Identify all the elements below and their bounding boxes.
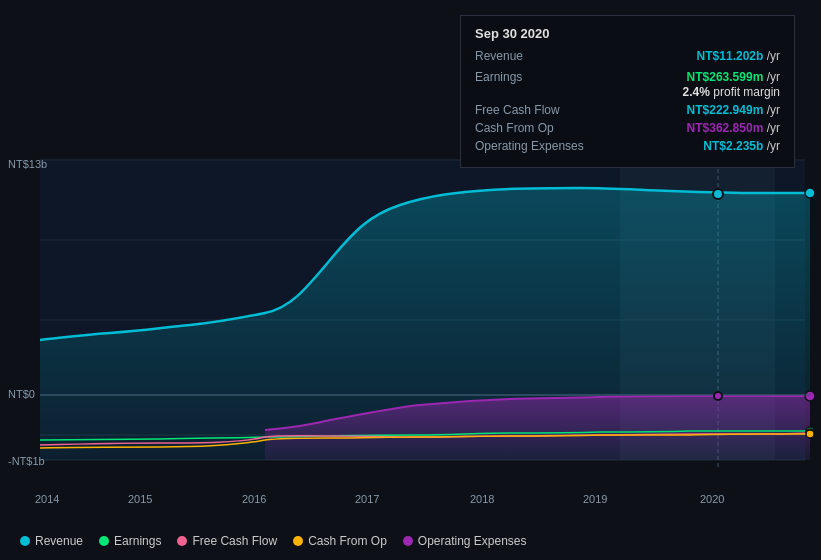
legend-fcf[interactable]: Free Cash Flow bbox=[177, 534, 277, 548]
legend-label-fcf: Free Cash Flow bbox=[192, 534, 277, 548]
x-label-2020: 2020 bbox=[700, 493, 724, 505]
y-label-neg: -NT$1b bbox=[8, 455, 45, 467]
y-label-zero: NT$0 bbox=[8, 388, 35, 400]
tooltip-fcf-value: NT$222.949m /yr bbox=[687, 103, 780, 117]
tooltip-earnings-label: Earnings bbox=[475, 70, 522, 84]
chart-legend: Revenue Earnings Free Cash Flow Cash Fro… bbox=[20, 534, 527, 548]
tooltip-revenue-value: NT$11.202b /yr bbox=[697, 49, 780, 63]
x-label-2018: 2018 bbox=[470, 493, 494, 505]
tooltip-fcf-label: Free Cash Flow bbox=[475, 103, 560, 117]
tooltip-revenue-label: Revenue bbox=[475, 49, 523, 63]
tooltip-earnings-row: Earnings NT$263.599m /yr 2.4% profit mar… bbox=[475, 67, 780, 99]
svg-point-10 bbox=[805, 188, 815, 198]
legend-dot-revenue bbox=[20, 536, 30, 546]
legend-dot-opexp bbox=[403, 536, 413, 546]
legend-label-opexp: Operating Expenses bbox=[418, 534, 527, 548]
svg-point-11 bbox=[805, 391, 815, 401]
legend-label-cashop: Cash From Op bbox=[308, 534, 387, 548]
legend-earnings[interactable]: Earnings bbox=[99, 534, 161, 548]
tooltip-earnings-value: NT$263.599m /yr bbox=[687, 70, 780, 84]
svg-point-16 bbox=[713, 189, 723, 199]
tooltip-opexp-label: Operating Expenses bbox=[475, 139, 584, 153]
x-label-2019: 2019 bbox=[583, 493, 607, 505]
tooltip-cashop-value: NT$362.850m /yr bbox=[687, 121, 780, 135]
tooltip-opexp-row: Operating Expenses NT$2.235b /yr bbox=[475, 139, 780, 153]
legend-revenue[interactable]: Revenue bbox=[20, 534, 83, 548]
x-label-2014: 2014 bbox=[35, 493, 59, 505]
legend-label-earnings: Earnings bbox=[114, 534, 161, 548]
legend-dot-fcf bbox=[177, 536, 187, 546]
legend-label-revenue: Revenue bbox=[35, 534, 83, 548]
x-label-2017: 2017 bbox=[355, 493, 379, 505]
legend-cashop[interactable]: Cash From Op bbox=[293, 534, 387, 548]
legend-dot-earnings bbox=[99, 536, 109, 546]
tooltip-fcf-row: Free Cash Flow NT$222.949m /yr bbox=[475, 103, 780, 117]
x-label-2015: 2015 bbox=[128, 493, 152, 505]
legend-opexp[interactable]: Operating Expenses bbox=[403, 534, 527, 548]
svg-point-17 bbox=[714, 392, 722, 400]
tooltip-panel: Sep 30 2020 Revenue NT$11.202b /yr Earni… bbox=[460, 15, 795, 168]
tooltip-profit-margin: 2.4% profit margin bbox=[683, 85, 780, 99]
tooltip-date: Sep 30 2020 bbox=[475, 26, 780, 41]
legend-dot-cashop bbox=[293, 536, 303, 546]
svg-point-14 bbox=[806, 430, 814, 438]
y-label-top: NT$13b bbox=[8, 158, 47, 170]
tooltip-opexp-value: NT$2.235b /yr bbox=[703, 139, 780, 153]
tooltip-revenue-row: Revenue NT$11.202b /yr bbox=[475, 49, 780, 63]
x-label-2016: 2016 bbox=[242, 493, 266, 505]
tooltip-cashop-row: Cash From Op NT$362.850m /yr bbox=[475, 121, 780, 135]
tooltip-cashop-label: Cash From Op bbox=[475, 121, 554, 135]
